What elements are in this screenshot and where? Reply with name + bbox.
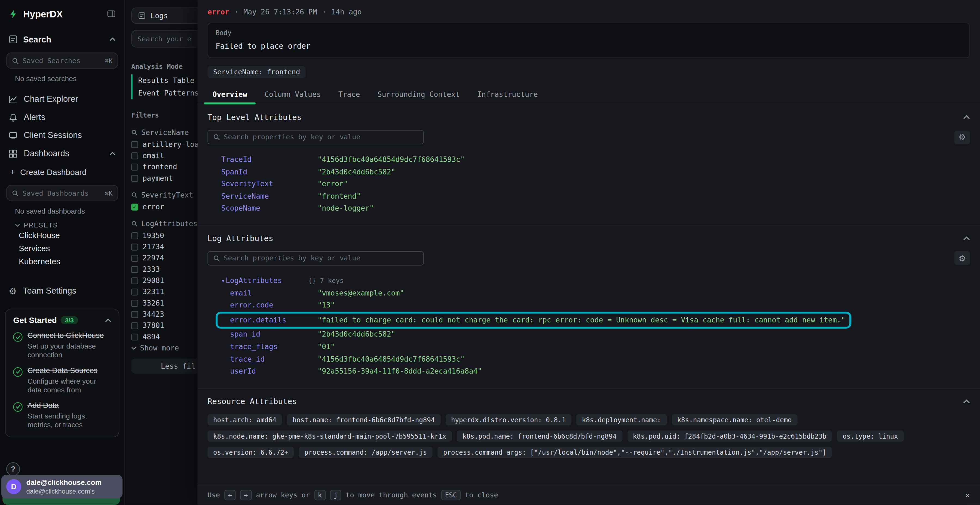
- attribute-row[interactable]: trace_flags"01": [221, 341, 970, 353]
- sidebar-item-kubernetes[interactable]: Kubernetes: [19, 255, 124, 268]
- app-root: HyperDX Search ⌘K No saved searches: [0, 0, 980, 505]
- get-started-item[interactable]: Connect to ClickHouse Set up your databa…: [13, 331, 111, 360]
- checkbox-icon: [131, 255, 138, 262]
- attribute-row[interactable]: error.code"13": [221, 299, 970, 311]
- presets-toggle[interactable]: PRESETS: [15, 221, 124, 229]
- sidebar-item-alerts[interactable]: Alerts: [0, 108, 124, 126]
- close-icon[interactable]: ✕: [965, 490, 970, 500]
- search-panel: Logs Analysis Mode Results Table Event P…: [125, 0, 197, 505]
- attribute-row[interactable]: span_id"2b43d0c4dd6bc582": [221, 329, 970, 341]
- search-icon: [12, 57, 19, 64]
- sidebar-item-chart-explorer[interactable]: Chart Explorer: [0, 90, 124, 108]
- resource-chip[interactable]: k8s.deployment.name:: [576, 414, 667, 425]
- attribute-row[interactable]: SpanId"2b43d0c4dd6bc582": [221, 166, 970, 178]
- checkbox-icon: [131, 311, 138, 318]
- attribute-row[interactable]: SeverityText"error": [221, 178, 970, 191]
- dot-separator: ·: [234, 8, 239, 16]
- user-menu[interactable]: D dale@clickhouse.com dale@clickhouse.co…: [2, 475, 123, 499]
- chevron-down-icon: [15, 223, 20, 226]
- log-attributes-tree: ▾ LogAttributes {} 7 keys email"vmoses@e…: [221, 275, 970, 378]
- chart-icon: [9, 95, 18, 103]
- saved-searches-search[interactable]: ⌘K: [6, 52, 118, 69]
- resource-chip[interactable]: os.version: 6.6.72+: [207, 446, 294, 458]
- get-started-item-subtitle: Configure where your data comes from: [27, 376, 111, 395]
- resource-chip[interactable]: k8s.pod.uid: f284fb2d-a0b3-4634-991b-e2c…: [627, 430, 832, 441]
- section-resource-attributes: Resource Attributes host.arch: amd64 hos…: [197, 388, 980, 468]
- attribute-value: "error": [317, 178, 348, 191]
- help-button[interactable]: ?: [6, 462, 20, 476]
- keys-count-badge: {} 7 keys: [308, 275, 344, 287]
- attribute-value: "92a55156-39a4-11f0-8ddd-a2eca416a8a4": [317, 365, 482, 378]
- k-key: k: [314, 490, 326, 500]
- resource-chip[interactable]: host.arch: amd64: [207, 414, 282, 425]
- settings-gear-button[interactable]: ⚙: [955, 130, 970, 144]
- mode-event-patterns[interactable]: Event Patterns: [138, 87, 199, 99]
- collapse-sidebar-icon[interactable]: [107, 9, 116, 18]
- resource-chip[interactable]: process.command args: ["/usr/local/bin/n…: [438, 446, 832, 458]
- tab-trace[interactable]: Trace: [330, 84, 369, 104]
- saved-dashboards-search[interactable]: ⌘K: [6, 185, 118, 201]
- create-dashboard-button[interactable]: + Create Dashboard: [0, 162, 124, 181]
- mode-results-table[interactable]: Results Table: [138, 74, 199, 87]
- attribute-key: error.details: [230, 314, 317, 326]
- attribute-row[interactable]: trace_id"4156d3fbc40a64854d9dc7f68641593…: [221, 353, 970, 365]
- section-title: Top Level Attributes: [207, 113, 963, 122]
- tab-column-values[interactable]: Column Values: [256, 84, 330, 104]
- sidebar-item-client-sessions[interactable]: Client Sessions: [0, 126, 124, 145]
- attribute-row[interactable]: ServiceName"frontend": [221, 191, 970, 203]
- get-started-card: Get Started 3/3 Connect to ClickHouse Se…: [5, 308, 119, 438]
- property-search[interactable]: [207, 130, 423, 145]
- tree-root-label: LogAttributes: [226, 275, 282, 287]
- collapse-section-icon[interactable]: [963, 115, 970, 119]
- chevron-up-icon: [110, 38, 116, 41]
- resource-chip[interactable]: hyperdx.distro.version: 0.8.1: [445, 414, 571, 425]
- attribute-row[interactable]: email"vmoses@example.com": [221, 287, 970, 299]
- attribute-row-highlighted[interactable]: error.details"failed to charge card: cou…: [218, 313, 849, 327]
- resource-chip[interactable]: k8s.pod.name: frontend-6b6c8d7bfd-ng894: [457, 430, 622, 441]
- collapse-section-icon[interactable]: [963, 399, 970, 403]
- property-search-input[interactable]: [224, 133, 418, 141]
- resource-attribute-chips: host.arch: amd64 host.name: frontend-6b6…: [207, 414, 970, 458]
- tab-infrastructure[interactable]: Infrastructure: [468, 84, 547, 104]
- search-section-header[interactable]: Search: [0, 30, 124, 49]
- sidebar-item-dashboards[interactable]: Dashboards: [0, 144, 124, 162]
- sidebar-item-clickhouse[interactable]: ClickHouse: [19, 229, 124, 241]
- resource-chip[interactable]: k8s.namespace.name: otel-demo: [671, 414, 797, 425]
- resource-chip[interactable]: os.type: linux: [837, 430, 904, 441]
- attribute-value: "vmoses@example.com": [317, 287, 404, 299]
- event-body-panel: Body Failed to place order: [207, 22, 970, 58]
- get-started-item[interactable]: Create Data Sources Configure where your…: [13, 366, 111, 395]
- sidebar-item-team-settings[interactable]: ⚙ Team Settings: [0, 282, 124, 300]
- get-started-item[interactable]: Add Data Start sending logs, metrics, or…: [13, 401, 111, 429]
- service-tag[interactable]: ServiceName: frontend: [207, 66, 306, 78]
- attribute-row[interactable]: ScopeName"node-logger": [221, 203, 970, 215]
- shortcut-badge: ⌘K: [105, 57, 113, 64]
- filter-option-label: error: [142, 202, 164, 211]
- saved-dashboards-input[interactable]: [22, 189, 101, 197]
- resource-chip[interactable]: k8s.node.name: gke-pme-k8s-standard-main…: [207, 430, 452, 441]
- attribute-value: "failed to charge card: could not charge…: [317, 314, 845, 326]
- get-started-header[interactable]: Get Started 3/3: [13, 315, 111, 325]
- tab-surrounding-context[interactable]: Surrounding Context: [369, 84, 468, 104]
- section-top-level-attributes: Top Level Attributes ⚙ TraceId"4156d3fbc…: [197, 104, 980, 225]
- resource-chip[interactable]: host.name: frontend-6b6c8d7bfd-ng894: [287, 414, 441, 425]
- saved-searches-input[interactable]: [22, 57, 101, 65]
- sidebar-item-services[interactable]: Services: [19, 242, 124, 255]
- tree-root-logattributes[interactable]: ▾ LogAttributes {} 7 keys: [221, 275, 970, 287]
- checkbox-icon: [131, 175, 138, 181]
- tab-overview[interactable]: Overview: [204, 84, 256, 104]
- settings-gear-button[interactable]: ⚙: [955, 251, 970, 265]
- search-icon: [12, 190, 19, 197]
- filter-option-label: 21734: [142, 243, 164, 251]
- resource-chip[interactable]: process.command: /app/server.js: [299, 446, 433, 458]
- attribute-value: "2b43d0c4dd6bc582": [317, 166, 395, 178]
- collapse-section-icon[interactable]: [963, 236, 970, 241]
- property-search-input[interactable]: [224, 254, 418, 262]
- property-search[interactable]: [207, 251, 423, 265]
- hint-text: to move through events: [346, 491, 437, 499]
- checkbox-checked-icon: ✓: [131, 203, 138, 210]
- attribute-row[interactable]: TraceId"4156d3fbc40a64854d9dc7f68641593c…: [221, 154, 970, 166]
- attribute-row[interactable]: userId"92a55156-39a4-11f0-8ddd-a2eca416a…: [221, 365, 970, 378]
- attribute-key: email: [230, 287, 317, 299]
- nav-label: Alerts: [24, 113, 115, 122]
